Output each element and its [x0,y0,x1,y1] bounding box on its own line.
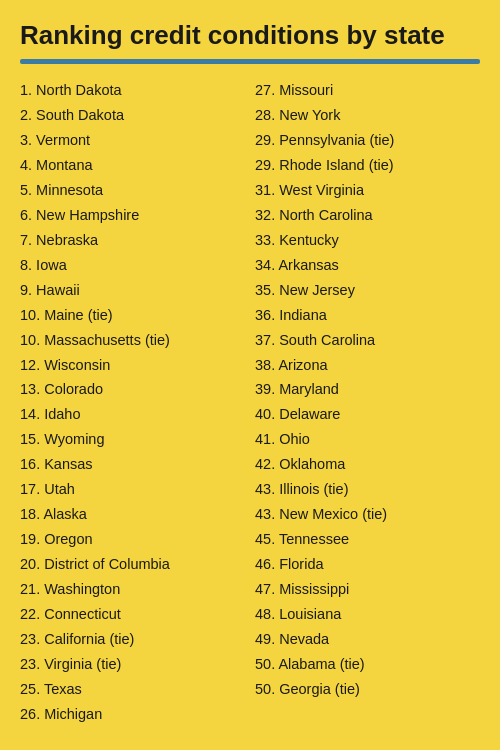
list-item: 38. Arizona [255,353,480,378]
list-item: 4. Montana [20,153,245,178]
list-item: 31. West Virginia [255,178,480,203]
rankings-columns: 1. North Dakota2. South Dakota3. Vermont… [20,78,480,726]
list-item: 36. Indiana [255,303,480,328]
list-item: 16. Kansas [20,452,245,477]
list-item: 29. Pennsylvania (tie) [255,128,480,153]
list-item: 25. Texas [20,677,245,702]
list-item: 41. Ohio [255,427,480,452]
list-item: 8. Iowa [20,253,245,278]
list-item: 35. New Jersey [255,278,480,303]
list-item: 34. Arkansas [255,253,480,278]
list-item: 13. Colorado [20,377,245,402]
list-item: 49. Nevada [255,627,480,652]
list-item: 10. Maine (tie) [20,303,245,328]
page-title: Ranking credit conditions by state [20,20,480,51]
list-item: 14. Idaho [20,402,245,427]
list-item: 18. Alaska [20,502,245,527]
list-item: 15. Wyoming [20,427,245,452]
list-item: 1. North Dakota [20,78,245,103]
list-item: 28. New York [255,103,480,128]
list-item: 39. Maryland [255,377,480,402]
list-item: 19. Oregon [20,527,245,552]
list-item: 23. Virginia (tie) [20,652,245,677]
list-item: 47. Mississippi [255,577,480,602]
list-item: 50. Georgia (tie) [255,677,480,702]
list-item: 22. Connecticut [20,602,245,627]
list-item: 9. Hawaii [20,278,245,303]
list-item: 27. Missouri [255,78,480,103]
list-item: 43. Illinois (tie) [255,477,480,502]
list-item: 2. South Dakota [20,103,245,128]
list-item: 26. Michigan [20,702,245,727]
left-column: 1. North Dakota2. South Dakota3. Vermont… [20,78,245,726]
list-item: 33. Kentucky [255,228,480,253]
right-column: 27. Missouri28. New York29. Pennsylvania… [255,78,480,726]
list-item: 37. South Carolina [255,328,480,353]
list-item: 6. New Hampshire [20,203,245,228]
list-item: 40. Delaware [255,402,480,427]
list-item: 23. California (tie) [20,627,245,652]
list-item: 29. Rhode Island (tie) [255,153,480,178]
list-item: 21. Washington [20,577,245,602]
list-item: 5. Minnesota [20,178,245,203]
list-item: 10. Massachusetts (tie) [20,328,245,353]
list-item: 17. Utah [20,477,245,502]
list-item: 46. Florida [255,552,480,577]
list-item: 3. Vermont [20,128,245,153]
title-divider [20,59,480,64]
list-item: 7. Nebraska [20,228,245,253]
list-item: 42. Oklahoma [255,452,480,477]
list-item: 48. Louisiana [255,602,480,627]
list-item: 50. Alabama (tie) [255,652,480,677]
list-item: 32. North Carolina [255,203,480,228]
list-item: 20. District of Columbia [20,552,245,577]
list-item: 45. Tennessee [255,527,480,552]
list-item: 43. New Mexico (tie) [255,502,480,527]
list-item: 12. Wisconsin [20,353,245,378]
